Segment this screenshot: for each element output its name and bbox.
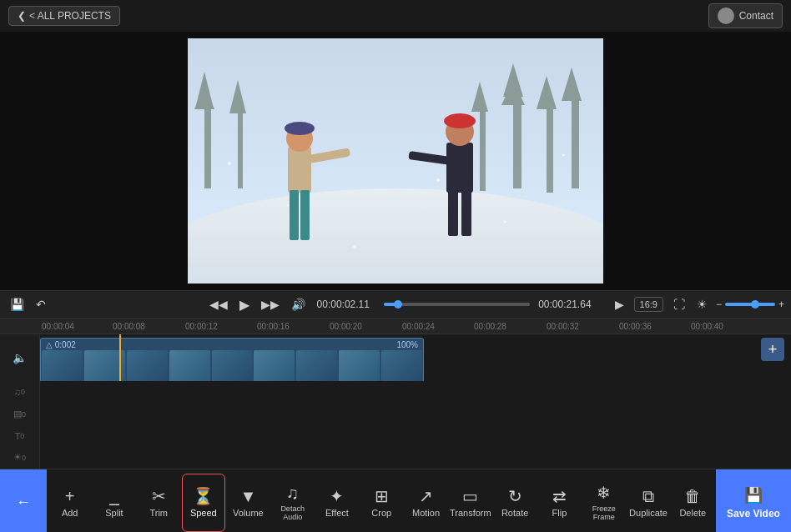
audio-count: 0 bbox=[21, 388, 25, 396]
volume-button[interactable]: ▼ Volume bbox=[227, 474, 270, 532]
back-button[interactable]: ← bbox=[0, 469, 47, 532]
contact-button[interactable]: Contact bbox=[708, 3, 783, 28]
svg-point-24 bbox=[444, 113, 476, 128]
svg-rect-25 bbox=[448, 190, 458, 236]
audio-track-control[interactable]: ♫ 0 bbox=[0, 381, 40, 403]
ruler-tick-4: 00:00:20 bbox=[330, 322, 362, 331]
aspect-ratio[interactable]: 16:9 bbox=[634, 297, 663, 312]
volume-track-icon: 🔈 bbox=[13, 351, 27, 364]
audio-track-row: ♫ 0 bbox=[0, 381, 791, 403]
playhead[interactable] bbox=[119, 334, 121, 381]
zoom-slider[interactable] bbox=[725, 303, 775, 306]
ruler-tick-5: 00:00:24 bbox=[402, 322, 435, 331]
speed-icon: ⏳ bbox=[193, 488, 214, 504]
transform-icon: ▭ bbox=[462, 488, 478, 504]
main-track-content: △ 0:002 100% + bbox=[40, 334, 791, 381]
crop-button[interactable]: ⊞ Crop bbox=[360, 474, 403, 532]
transport-bar: 💾 ↶ ◀◀ ▶ ▶▶ 🔊 00:00:02.11 00:00:21.64 ▶ … bbox=[0, 290, 791, 319]
progress-bar[interactable] bbox=[384, 303, 531, 306]
overlay-count: 0 bbox=[22, 410, 26, 419]
timeline-ruler: 00:00:04 00:00:08 00:00:12 00:00:16 00:0… bbox=[0, 319, 791, 334]
flip-icon: ⇄ bbox=[552, 488, 567, 504]
timeline: 00:00:04 00:00:08 00:00:12 00:00:16 00:0… bbox=[0, 319, 791, 469]
add-button[interactable]: + Add bbox=[48, 474, 91, 532]
sticker-count: 0 bbox=[22, 454, 26, 462]
transform-button[interactable]: ▭ Transform bbox=[449, 474, 491, 532]
audio-button[interactable]: 🔊 bbox=[288, 296, 309, 313]
overlay-track-row: ▤ 0 bbox=[0, 403, 791, 424]
effect-button[interactable]: ✦ Effect bbox=[315, 474, 358, 532]
preview-area bbox=[0, 32, 791, 290]
transform-label: Transform bbox=[450, 508, 491, 518]
save-icon: 💾 bbox=[744, 486, 763, 504]
zoom-in-icon[interactable]: + bbox=[778, 299, 784, 310]
svg-rect-14 bbox=[480, 112, 486, 191]
all-projects-button[interactable]: ❮ < ALL PROJECTS bbox=[8, 6, 120, 26]
thumb-7 bbox=[296, 350, 337, 381]
overlay-track-content bbox=[40, 403, 791, 424]
rotate-label: Rotate bbox=[501, 508, 528, 518]
text-track-control[interactable]: T 0 bbox=[0, 425, 40, 447]
video-clip[interactable]: △ 0:002 100% bbox=[40, 338, 424, 381]
motion-label: Motion bbox=[412, 508, 440, 518]
total-time: 00:00:21.64 bbox=[538, 299, 591, 310]
svg-point-29 bbox=[287, 204, 290, 207]
ruler-tick-6: 00:00:28 bbox=[474, 322, 506, 331]
add-track-button[interactable]: + bbox=[761, 338, 784, 361]
go-to-start-button[interactable]: ◀◀ bbox=[206, 296, 231, 313]
detach-audio-label: DetachAudio bbox=[280, 504, 305, 521]
duplicate-button[interactable]: ⧉ Duplicate bbox=[627, 474, 669, 532]
audio-track-content bbox=[40, 381, 791, 403]
crop-label: Crop bbox=[371, 508, 391, 518]
save-video-button[interactable]: 💾 Save Video bbox=[716, 469, 791, 532]
thumb-4 bbox=[169, 350, 210, 381]
svg-point-30 bbox=[436, 178, 440, 182]
motion-button[interactable]: ↗ Motion bbox=[405, 474, 447, 532]
svg-point-18 bbox=[285, 122, 315, 135]
thumb-9 bbox=[381, 350, 422, 381]
duplicate-label: Duplicate bbox=[629, 508, 668, 518]
motion-icon: ↗ bbox=[419, 488, 433, 504]
freeze-frame-icon: ❄ bbox=[597, 484, 611, 501]
main-track-control[interactable]: 🔈 bbox=[0, 334, 40, 381]
save-project-button[interactable]: 💾 bbox=[7, 296, 28, 313]
ruler-tick-3: 00:00:16 bbox=[257, 322, 290, 331]
zoom-out-icon[interactable]: − bbox=[716, 299, 722, 310]
speed-button[interactable]: ⏳ Speed bbox=[182, 474, 225, 532]
crop-icon: ⊞ bbox=[375, 488, 389, 504]
play-button[interactable]: ▶ bbox=[236, 295, 253, 314]
split-icon: ⎯ bbox=[109, 488, 119, 504]
delete-button[interactable]: 🗑 Delete bbox=[672, 474, 714, 532]
zoom-handle[interactable] bbox=[751, 300, 759, 309]
freeze-frame-button[interactable]: ❄ FreezeFrame bbox=[582, 474, 625, 532]
contact-label: Contact bbox=[739, 10, 773, 22]
detach-audio-button[interactable]: ♫ DetachAudio bbox=[271, 474, 314, 532]
progress-handle[interactable] bbox=[394, 300, 402, 309]
thumb-6 bbox=[254, 350, 295, 381]
rotate-button[interactable]: ↻ Rotate bbox=[493, 474, 536, 532]
brightness-icon: ☀ bbox=[693, 296, 711, 313]
music-icon: ♫ bbox=[14, 387, 21, 397]
svg-rect-19 bbox=[290, 190, 299, 240]
rotate-icon: ↻ bbox=[508, 488, 522, 504]
undo-button[interactable]: ↶ bbox=[33, 296, 49, 313]
overlay-track-control[interactable]: ▤ 0 bbox=[0, 403, 40, 424]
go-to-end-button[interactable]: ▶▶ bbox=[258, 296, 283, 313]
thumb-8 bbox=[339, 350, 380, 381]
svg-rect-20 bbox=[300, 190, 310, 240]
svg-rect-12 bbox=[572, 101, 579, 188]
ruler-tick-7: 00:00:32 bbox=[547, 322, 579, 331]
add-label: Add bbox=[62, 508, 78, 518]
svg-rect-2 bbox=[204, 105, 211, 188]
svg-rect-16 bbox=[288, 147, 311, 193]
fullscreen-icon[interactable]: ⛶ bbox=[670, 296, 688, 313]
svg-rect-10 bbox=[547, 109, 553, 193]
text-track-content bbox=[40, 425, 791, 447]
thumb-3 bbox=[127, 350, 168, 381]
split-button[interactable]: ⎯ Split bbox=[93, 474, 135, 532]
flip-button[interactable]: ⇄ Flip bbox=[538, 474, 581, 532]
svg-point-28 bbox=[228, 162, 231, 165]
sticker-track-control[interactable]: ☀ 0 bbox=[0, 447, 40, 469]
trim-button[interactable]: ✂ Trim bbox=[138, 474, 180, 532]
chevron-left-icon: ❮ bbox=[18, 10, 26, 22]
